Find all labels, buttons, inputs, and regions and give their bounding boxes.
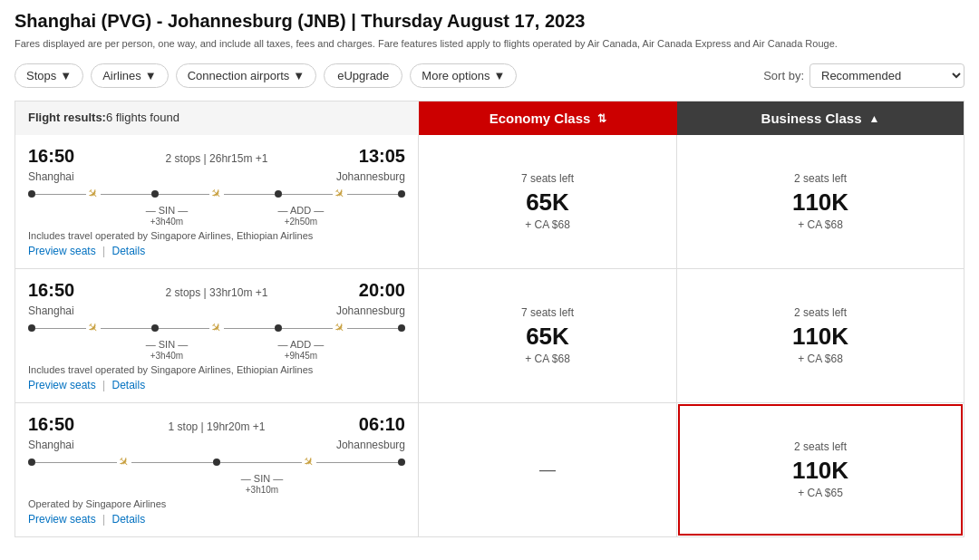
details-link[interactable]: Details (112, 513, 146, 526)
origin-label: Shanghai (28, 439, 74, 451)
details-link[interactable]: Details (112, 379, 146, 391)
business-cell[interactable]: 2 seats left 110K + CA $65 (677, 403, 964, 536)
flight-links: Preview seats | Details (28, 379, 405, 391)
stops-info: 1 stop | 19hr20m +1 (169, 420, 266, 433)
destination-label: Johannesburg (336, 304, 405, 317)
route-endpoints: Shanghai Johannesburg (28, 304, 405, 317)
sort-label: Sort by: (763, 69, 804, 82)
origin-label: Shanghai (28, 170, 74, 183)
flight-row: 16:50 2 stops | 26hr15m +1 13:05 Shangha… (15, 135, 964, 268)
origin-dot (28, 324, 35, 332)
dest-dot (398, 190, 405, 198)
arrive-time: 13:05 (359, 146, 405, 167)
stops-info: 2 stops | 26hr15m +1 (166, 152, 268, 165)
more-options-filter[interactable]: More options ▼ (410, 63, 517, 88)
business-price: 110K (792, 323, 848, 351)
sort-area: Sort by: Recommended Price (lowest first… (763, 63, 964, 88)
business-sub: + CA $68 (798, 218, 843, 231)
business-cell[interactable]: 2 seats left 110K + CA $68 (677, 135, 964, 268)
results-header: Flight results:6 flights found Economy C… (15, 101, 964, 135)
flight-info: 16:50 1 stop | 19hr20m +1 06:10 Shanghai… (15, 403, 419, 536)
stop2-dot (275, 324, 282, 332)
economy-price: 65K (526, 188, 569, 217)
business-seats: 2 seats left (794, 440, 847, 453)
destination-label: Johannesburg (336, 439, 405, 451)
sort-select[interactable]: Recommended Price (lowest first) Duratio… (809, 63, 964, 88)
stops-filter[interactable]: Stops ▼ (15, 63, 83, 88)
route-line: ✈ ✈ (28, 455, 405, 469)
flight-results-header: Flight results:6 flights found (15, 101, 419, 135)
preview-seats-link[interactable]: Preview seats (28, 513, 96, 526)
economy-sub: + CA $68 (525, 352, 570, 365)
economy-seats: 7 seats left (521, 306, 574, 319)
dest-dot (398, 459, 405, 466)
destination-label: Johannesburg (336, 170, 405, 183)
flight-results-label: Flight results:6 flights found (28, 111, 179, 124)
plane-icon-1: ✈ (84, 185, 102, 203)
page-subtitle: Fares displayed are per person, one way,… (15, 37, 964, 51)
flight-times: 16:50 2 stops | 26hr15m +1 13:05 (28, 146, 405, 167)
economy-seats: 7 seats left (521, 172, 574, 185)
flight-info: 16:50 2 stops | 26hr15m +1 13:05 Shangha… (15, 135, 419, 268)
business-seats: 2 seats left (794, 172, 847, 185)
plane-icon-1: ✈ (115, 453, 133, 471)
flight-links: Preview seats | Details (28, 513, 405, 526)
business-cell[interactable]: 2 seats left 110K + CA $68 (677, 269, 964, 402)
flight-links: Preview seats | Details (28, 245, 405, 257)
stop1-dot (213, 459, 220, 466)
economy-cell[interactable]: 7 seats left 65K + CA $68 (419, 269, 677, 402)
plane-icon-2: ✈ (208, 319, 226, 337)
route-endpoints: Shanghai Johannesburg (28, 439, 405, 451)
flight-row: 16:50 1 stop | 19hr20m +1 06:10 Shanghai… (15, 402, 964, 536)
economy-cell[interactable]: 7 seats left 65K + CA $68 (419, 135, 677, 268)
flight-info: 16:50 2 stops | 33hr10m +1 20:00 Shangha… (15, 269, 419, 402)
origin-label: Shanghai (28, 304, 74, 317)
plane-icon-2: ✈ (208, 185, 226, 203)
plane-icon-2: ✈ (300, 453, 318, 471)
route-line: ✈ ✈ ✈ (28, 187, 405, 201)
arrive-time: 06:10 (359, 414, 405, 435)
flight-times: 16:50 1 stop | 19hr20m +1 06:10 (28, 414, 405, 435)
route-line: ✈ ✈ ✈ (28, 321, 405, 335)
airlines-filter[interactable]: Airlines ▼ (91, 63, 169, 88)
plane-icon-3: ✈ (331, 319, 349, 337)
stops-info: 2 stops | 33hr10m +1 (166, 286, 268, 299)
business-price: 110K (792, 457, 848, 485)
filter-bar: Stops ▼ Airlines ▼ Connection airports ▼… (15, 63, 964, 88)
stop2-dot (275, 190, 282, 198)
flight-row: 16:50 2 stops | 33hr10m +1 20:00 Shangha… (15, 268, 964, 402)
economy-class-header[interactable]: Economy Class ⇅ (419, 101, 677, 135)
business-price: 110K (792, 188, 848, 217)
origin-dot (28, 459, 35, 466)
flight-times: 16:50 2 stops | 33hr10m +1 20:00 (28, 280, 405, 301)
economy-sub: + CA $68 (525, 218, 570, 231)
plane-icon-1: ✈ (84, 319, 102, 337)
depart-time: 16:50 (28, 146, 74, 167)
depart-time: 16:50 (28, 414, 74, 435)
arrive-time: 20:00 (359, 280, 405, 301)
preview-seats-link[interactable]: Preview seats (28, 379, 96, 391)
economy-cell[interactable]: — (419, 403, 677, 536)
depart-time: 16:50 (28, 280, 74, 301)
plane-icon-3: ✈ (331, 185, 349, 203)
business-class-header[interactable]: Business Class ▲ (677, 101, 964, 135)
preview-seats-link[interactable]: Preview seats (28, 245, 96, 257)
airline-note: Operated by Singapore Airlines (28, 498, 405, 509)
details-link[interactable]: Details (112, 245, 146, 257)
eupgrade-button[interactable]: eUpgrade (324, 63, 402, 88)
economy-price: 65K (526, 323, 569, 351)
connection-airports-filter[interactable]: Connection airports ▼ (176, 63, 317, 88)
route-endpoints: Shanghai Johannesburg (28, 170, 405, 183)
economy-unavailable: — (539, 460, 556, 479)
business-sort-icon: ▲ (869, 112, 880, 125)
stop1-dot (151, 324, 159, 332)
business-sub: + CA $65 (798, 487, 843, 499)
business-seats: 2 seats left (794, 306, 847, 319)
economy-sort-icon: ⇅ (597, 112, 606, 125)
page-title: Shanghai (PVG) - Johannesburg (JNB) | Th… (15, 11, 964, 32)
origin-dot (28, 190, 35, 198)
airline-note: Includes travel operated by Singapore Ai… (28, 364, 405, 375)
stop1-dot (151, 190, 159, 198)
airline-note: Includes travel operated by Singapore Ai… (28, 230, 405, 241)
dest-dot (398, 324, 405, 332)
